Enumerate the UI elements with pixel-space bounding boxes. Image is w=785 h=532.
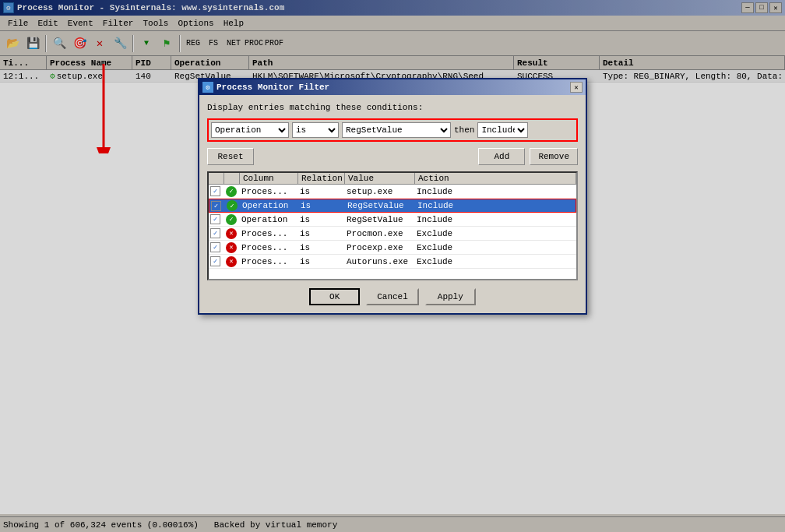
frow1-value: setup.exe xyxy=(345,185,415,198)
frow1-relation: is xyxy=(298,185,345,198)
status-icon-2: ✓ xyxy=(227,200,238,211)
checkbox-1[interactable]: ✓ xyxy=(210,186,220,196)
frow4-value: Procmon.exe xyxy=(345,227,415,240)
filter-row-5[interactable]: ✓ ✕ Proces... is Procexp.exe Exclude xyxy=(209,241,576,255)
frow3-relation: is xyxy=(298,213,345,226)
frow2-relation: is xyxy=(299,199,346,212)
checkbox-6[interactable]: ✓ xyxy=(210,256,220,266)
frow3-check[interactable]: ✓ xyxy=(209,213,224,226)
frow2-column: Operation xyxy=(241,199,299,212)
ok-button[interactable]: OK xyxy=(309,288,360,305)
reset-button[interactable]: Reset xyxy=(207,148,254,165)
modal-overlay: ⚙ Process Monitor Filter ✕ Display entri… xyxy=(0,0,785,532)
frow3-value: RegSetValue xyxy=(345,213,415,226)
fh-column: Column xyxy=(240,173,298,184)
filter-dialog: ⚙ Process Monitor Filter ✕ Display entri… xyxy=(198,78,587,315)
frow2-action: Include xyxy=(416,199,576,212)
fh-icon xyxy=(224,173,240,184)
checkbox-5[interactable]: ✓ xyxy=(210,242,220,252)
status-icon-3: ✓ xyxy=(226,214,237,225)
apply-button[interactable]: Apply xyxy=(425,288,476,305)
column-select[interactable]: Operation xyxy=(211,122,289,138)
filter-row-6[interactable]: ✓ ✕ Proces... is Autoruns.exe Exclude xyxy=(209,255,576,269)
add-button[interactable]: Add xyxy=(478,148,525,165)
filter-row-2[interactable]: ✓ ✓ Operation is RegSetValue Include xyxy=(209,199,576,213)
frow5-value: Procexp.exe xyxy=(345,241,415,254)
frow5-icon: ✕ xyxy=(224,241,240,254)
frow5-action: Exclude xyxy=(415,241,576,254)
checkbox-3[interactable]: ✓ xyxy=(210,214,220,224)
status-icon-5: ✕ xyxy=(226,242,237,253)
checkbox-4[interactable]: ✓ xyxy=(210,228,220,238)
frow3-action: Include xyxy=(415,213,576,226)
relation-select[interactable]: is xyxy=(292,122,339,138)
frow2-check[interactable]: ✓ xyxy=(209,199,225,212)
frow6-action: Exclude xyxy=(415,255,576,268)
filter-row-3[interactable]: ✓ ✓ Operation is RegSetValue Include xyxy=(209,213,576,227)
filter-row-1[interactable]: ✓ ✓ Proces... is setup.exe Include xyxy=(209,185,576,199)
frow5-column: Proces... xyxy=(240,241,298,254)
then-label: then xyxy=(454,125,474,135)
frow5-check[interactable]: ✓ xyxy=(209,241,224,254)
frow1-column: Proces... xyxy=(240,185,298,198)
frow2-value: RegSetValue xyxy=(346,199,416,212)
value-select[interactable]: RegSetValue xyxy=(342,122,451,138)
filter-table[interactable]: Column Relation Value Action ✓ ✓ Proces.… xyxy=(207,171,578,280)
dialog-title-bar: ⚙ Process Monitor Filter ✕ xyxy=(199,79,586,95)
status-icon-1: ✓ xyxy=(226,186,237,197)
remove-button[interactable]: Remove xyxy=(530,148,578,165)
frow4-icon: ✕ xyxy=(224,227,240,240)
frow1-icon: ✓ xyxy=(224,185,240,198)
frow3-icon: ✓ xyxy=(224,213,240,226)
fh-value: Value xyxy=(345,173,415,184)
dialog-title: Process Monitor Filter xyxy=(216,83,329,92)
dialog-body: Display entries matching these condition… xyxy=(199,95,586,313)
status-icon-6: ✕ xyxy=(226,256,237,267)
frow6-relation: is xyxy=(298,255,345,268)
frow4-column: Proces... xyxy=(240,227,298,240)
filter-table-header: Column Relation Value Action xyxy=(209,173,576,185)
frow1-check[interactable]: ✓ xyxy=(209,185,224,198)
frow4-relation: is xyxy=(298,227,345,240)
condition-row: Operation is RegSetValue then Include xyxy=(207,118,578,142)
filter-row-4[interactable]: ✓ ✕ Proces... is Procmon.exe Exclude xyxy=(209,227,576,241)
dialog-close-button[interactable]: ✕ xyxy=(570,82,583,93)
action-select[interactable]: Include xyxy=(477,122,528,138)
fh-relation: Relation xyxy=(298,173,345,184)
frow2-icon: ✓ xyxy=(225,199,241,212)
frow6-icon: ✕ xyxy=(224,255,240,268)
checkbox-2[interactable]: ✓ xyxy=(211,201,221,211)
frow6-column: Proces... xyxy=(240,255,298,268)
status-icon-4: ✕ xyxy=(226,228,237,239)
frow5-relation: is xyxy=(298,241,345,254)
frow4-action: Exclude xyxy=(415,227,576,240)
fh-check xyxy=(209,173,224,184)
frow6-value: Autoruns.exe xyxy=(345,255,415,268)
frow1-action: Include xyxy=(415,185,576,198)
dialog-icon: ⚙ xyxy=(202,82,213,93)
frow3-column: Operation xyxy=(240,213,298,226)
buttons-row: Reset Add Remove xyxy=(207,148,578,165)
dialog-bottom-buttons: OK Cancel Apply xyxy=(207,288,578,305)
frow4-check[interactable]: ✓ xyxy=(209,227,224,240)
dialog-subtitle: Display entries matching these condition… xyxy=(207,103,578,112)
frow6-check[interactable]: ✓ xyxy=(209,255,224,268)
cancel-button[interactable]: Cancel xyxy=(366,288,419,305)
fh-action: Action xyxy=(415,173,576,184)
